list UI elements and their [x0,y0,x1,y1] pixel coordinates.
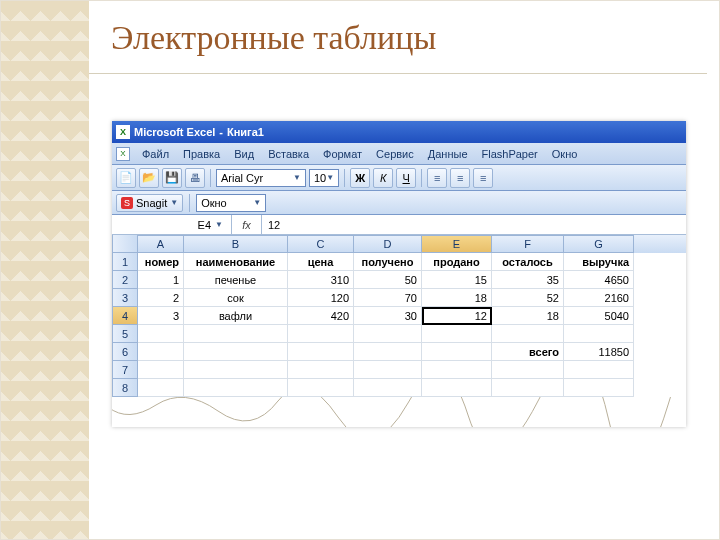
row-header[interactable]: 7 [112,361,138,379]
titlebar[interactable]: X Microsoft Excel - Книга1 [112,121,686,143]
col-header[interactable]: F [492,235,564,253]
cell[interactable]: 50 [354,271,422,289]
row-header[interactable]: 4 [112,307,138,325]
cell[interactable]: получено [354,253,422,271]
cell[interactable] [564,361,634,379]
cell[interactable] [422,325,492,343]
row-header[interactable]: 8 [112,379,138,397]
cell[interactable] [138,343,184,361]
col-header[interactable]: A [138,235,184,253]
row-header[interactable]: 6 [112,343,138,361]
name-box[interactable]: E4 ▼ [112,215,232,234]
cell[interactable]: 70 [354,289,422,307]
cell[interactable]: печенье [184,271,288,289]
cell[interactable]: осталось [492,253,564,271]
select-all-corner[interactable] [112,235,138,253]
cell[interactable]: 15 [422,271,492,289]
cell[interactable]: вафли [184,307,288,325]
fx-button[interactable]: fx [232,215,262,234]
cell[interactable] [422,379,492,397]
snagit-window-selector[interactable]: Окно ▼ [196,194,266,212]
cell[interactable] [354,379,422,397]
cell[interactable] [288,325,354,343]
underline-button[interactable]: Ч [396,168,416,188]
cell[interactable] [422,343,492,361]
cell[interactable]: всего [492,343,564,361]
cell[interactable] [354,343,422,361]
cell[interactable]: выручка [564,253,634,271]
cell[interactable]: 2160 [564,289,634,307]
cell[interactable]: 30 [354,307,422,325]
cell-selected[interactable]: 12 [422,307,492,325]
align-left-button[interactable]: ≡ [427,168,447,188]
cell[interactable]: 4650 [564,271,634,289]
cell[interactable] [138,379,184,397]
menu-window[interactable]: Окно [546,146,584,162]
col-header[interactable]: E [422,235,492,253]
cell[interactable] [288,379,354,397]
row-header[interactable]: 3 [112,289,138,307]
menu-view[interactable]: Вид [228,146,260,162]
italic-button[interactable]: К [373,168,393,188]
row-header[interactable]: 1 [112,253,138,271]
cell[interactable] [492,325,564,343]
menu-insert[interactable]: Вставка [262,146,315,162]
cell[interactable] [564,325,634,343]
save-button[interactable]: 💾 [162,168,182,188]
cell[interactable] [138,361,184,379]
workbook-icon[interactable]: X [116,147,130,161]
cell[interactable] [354,325,422,343]
cell[interactable]: 18 [422,289,492,307]
cell[interactable]: 1 [138,271,184,289]
font-selector[interactable]: Arial Cyr ▼ [216,169,306,187]
row-header[interactable]: 5 [112,325,138,343]
cell[interactable] [492,379,564,397]
cell[interactable] [138,325,184,343]
cell[interactable] [492,361,564,379]
cell[interactable] [184,379,288,397]
cell[interactable]: 18 [492,307,564,325]
cell[interactable] [288,361,354,379]
col-header[interactable]: C [288,235,354,253]
cell[interactable]: 11850 [564,343,634,361]
snagit-button[interactable]: S Snagit ▼ [116,194,183,212]
menu-tools[interactable]: Сервис [370,146,420,162]
cell[interactable] [184,343,288,361]
cell[interactable]: сок [184,289,288,307]
cell[interactable] [288,343,354,361]
cell[interactable]: 420 [288,307,354,325]
font-size-selector[interactable]: 10 ▼ [309,169,339,187]
cell[interactable]: продано [422,253,492,271]
cell[interactable]: 52 [492,289,564,307]
cell[interactable]: цена [288,253,354,271]
cell[interactable]: номер [138,253,184,271]
col-header[interactable]: B [184,235,288,253]
menu-data[interactable]: Данные [422,146,474,162]
cell[interactable]: 5040 [564,307,634,325]
cell[interactable]: 120 [288,289,354,307]
cell[interactable] [184,361,288,379]
cell[interactable] [422,361,492,379]
menu-file[interactable]: Файл [136,146,175,162]
bold-button[interactable]: Ж [350,168,370,188]
cell[interactable]: 310 [288,271,354,289]
cell[interactable]: 2 [138,289,184,307]
menu-edit[interactable]: Правка [177,146,226,162]
col-header[interactable]: G [564,235,634,253]
menu-format[interactable]: Формат [317,146,368,162]
cell[interactable]: 35 [492,271,564,289]
cell[interactable]: наименование [184,253,288,271]
align-center-button[interactable]: ≡ [450,168,470,188]
new-button[interactable]: 📄 [116,168,136,188]
cell[interactable]: 3 [138,307,184,325]
cell[interactable] [184,325,288,343]
row-header[interactable]: 2 [112,271,138,289]
col-header[interactable]: D [354,235,422,253]
menu-flashpaper[interactable]: FlashPaper [476,146,544,162]
cell[interactable] [354,361,422,379]
print-button[interactable]: 🖶 [185,168,205,188]
formula-input[interactable]: 12 [262,215,686,234]
align-right-button[interactable]: ≡ [473,168,493,188]
cell[interactable] [564,379,634,397]
open-button[interactable]: 📂 [139,168,159,188]
